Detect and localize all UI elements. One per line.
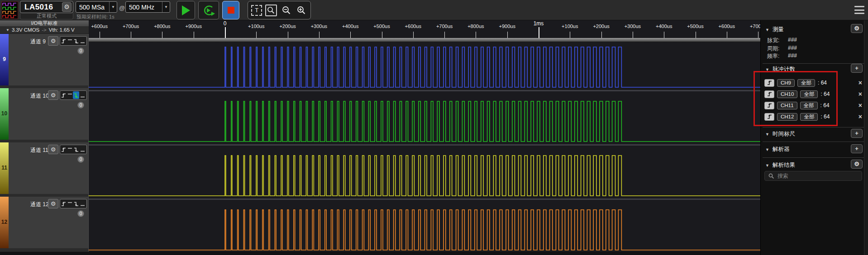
io-level-row[interactable]: ▼ 3.3V CMOS -> Vth: 1.65 V (0, 26, 89, 34)
dropdown-arrow-icon[interactable]: ▼ (162, 2, 170, 12)
close-icon[interactable]: × (858, 113, 862, 120)
panel-divider (763, 142, 866, 142)
dropdown-arrow-icon[interactable]: ▼ (109, 2, 117, 12)
trigger-low-button[interactable] (79, 200, 86, 208)
rising-edge-icon (767, 80, 772, 85)
rising-edge-icon[interactable] (764, 79, 774, 87)
results-title: 解析结果 (773, 161, 795, 169)
results-settings-gear-icon[interactable]: ⚙ (851, 160, 863, 169)
search-input[interactable]: 搜索 (764, 171, 862, 181)
pulse-count-value: : 64 (818, 80, 827, 86)
pulse-scope-button[interactable]: 全部 (800, 113, 818, 121)
repeat-capture-button[interactable] (198, 1, 219, 19)
waveform-trace-ch12 (89, 210, 760, 250)
pulse-channel-button[interactable]: CH10 (777, 90, 797, 98)
measure-label: 脉宽: (767, 37, 779, 44)
section-decoder-header[interactable]: ▼ 解析器 (765, 146, 789, 153)
capture-mode-label[interactable]: 正常模式 (20, 13, 73, 19)
rising-edge-icon[interactable] (764, 102, 774, 109)
section-time-ruler-header[interactable]: ▼ 时间标尺 (765, 130, 795, 138)
device-settings-gear-icon[interactable]: ⚙ (62, 2, 72, 12)
time-ruler-title: 时间标尺 (773, 130, 795, 138)
channel-name-label[interactable]: 通道 10 (30, 92, 49, 100)
pulse-scope-button[interactable]: 全部 (800, 90, 818, 98)
waveform-trace-ch10 (89, 101, 760, 142)
waveform-traces (89, 20, 760, 255)
trigger-falling-button[interactable] (73, 91, 79, 99)
zoom-in-button[interactable] (296, 5, 307, 16)
zoom-out-button[interactable] (281, 5, 292, 16)
close-icon[interactable]: × (858, 102, 862, 109)
pulse-scope-button[interactable]: 全部 (797, 79, 815, 87)
trigger-falling-button[interactable] (73, 146, 79, 153)
sample-depth-dropdown[interactable]: 500 MSa ▼ (76, 1, 117, 13)
channel-settings-gear-icon[interactable]: ⚙ (48, 145, 58, 154)
zoom-tools-group: T (248, 1, 311, 19)
trigger-rising-button[interactable] (60, 37, 67, 45)
t-selection-tool-button[interactable]: T (251, 5, 262, 16)
right-panel: ▼ 测量 ⚙ 脉宽:###周期:###频率:### ▼ 脉冲计数 + CH9全部… (760, 20, 868, 255)
collapse-arrow-icon[interactable]: ▼ (765, 163, 769, 168)
start-capture-button[interactable] (176, 1, 195, 19)
channel-settings-gear-icon[interactable]: ⚙ (48, 36, 58, 46)
bottom-strip (0, 252, 760, 255)
trigger-low-button[interactable] (79, 146, 86, 153)
device-selector[interactable]: LA5016 ⚙ (20, 1, 73, 13)
trigger-rising-button[interactable] (60, 146, 67, 153)
sample-rate-dropdown[interactable]: 500 MHz ▼ (125, 1, 170, 13)
section-results-header[interactable]: ▼ 解析结果 (765, 161, 795, 169)
rising-edge-icon[interactable] (764, 113, 774, 121)
repeat-play-icon (202, 4, 215, 17)
trigger-high-button[interactable] (67, 146, 73, 153)
collapse-arrow-icon[interactable]: ▼ (765, 67, 769, 72)
channel-name-label[interactable]: 通道 9 (30, 38, 46, 46)
channel-separator (89, 90, 760, 91)
collapse-arrow-icon[interactable]: ▼ (765, 132, 769, 137)
channel-color-strip[interactable]: 11 (0, 142, 9, 194)
pulse-count-title: 脉冲计数 (773, 66, 795, 73)
trigger-falling-button[interactable] (73, 200, 79, 208)
waveform-area[interactable]: +600us+700us+800us+900us0+100us+200us+30… (89, 20, 760, 255)
close-icon[interactable]: × (858, 90, 862, 98)
collapse-arrow-icon[interactable]: ▼ (765, 147, 769, 152)
collapse-arrow-icon[interactable]: ▼ (6, 28, 10, 32)
channel-color-strip[interactable]: 12 (0, 197, 9, 248)
pulse-channel-button[interactable]: CH12 (777, 113, 797, 121)
rising-edge-icon[interactable] (764, 90, 774, 98)
trigger-high-button[interactable] (67, 37, 73, 45)
right-panel-scrollbar[interactable] (864, 20, 868, 255)
trigger-low-button[interactable] (79, 91, 86, 99)
zoom-selection-button[interactable] (265, 5, 277, 16)
measure-label: 频率: (767, 52, 779, 60)
section-pulse-count-header[interactable]: ▼ 脉冲计数 (765, 66, 795, 73)
trigger-low-button[interactable] (79, 37, 86, 45)
channel-settings-gear-icon[interactable]: ⚙ (48, 199, 58, 208)
channel-color-strip[interactable]: 9 (0, 34, 9, 85)
trigger-rising-button[interactable] (60, 91, 67, 99)
channel-settings-gear-icon[interactable]: ⚙ (48, 90, 58, 100)
low-edge-icon (80, 93, 85, 98)
add-decoder-button[interactable]: + (851, 144, 863, 153)
trigger-button-group (60, 36, 87, 46)
stop-capture-button[interactable] (222, 1, 239, 19)
channel-name-label[interactable]: 通道 12 (30, 201, 49, 208)
falling-edge-icon (74, 38, 79, 44)
pulse-channel-button[interactable]: CH9 (777, 79, 795, 87)
expected-sample-time-label: 预期采样时间: 1s (76, 14, 114, 20)
add-pulse-counter-button[interactable]: + (851, 64, 863, 73)
section-measure-header[interactable]: ▼ 测量 (765, 26, 784, 33)
collapse-arrow-icon[interactable]: ▼ (765, 28, 769, 32)
channel-color-strip[interactable]: 10 (0, 88, 9, 140)
pulse-scope-button[interactable]: 全部 (800, 102, 818, 109)
hamburger-menu-icon[interactable] (854, 6, 864, 14)
close-icon[interactable]: × (858, 79, 862, 86)
falling-edge-icon (74, 147, 79, 152)
trigger-rising-button[interactable] (60, 200, 67, 208)
trigger-high-button[interactable] (67, 200, 73, 208)
trigger-high-button[interactable] (67, 91, 73, 99)
trigger-falling-button[interactable] (73, 37, 79, 45)
measure-settings-gear-icon[interactable]: ⚙ (851, 24, 863, 33)
add-time-ruler-button[interactable]: + (851, 129, 863, 138)
channel-name-label[interactable]: 通道 11 (30, 146, 48, 154)
pulse-channel-button[interactable]: CH11 (777, 102, 797, 109)
